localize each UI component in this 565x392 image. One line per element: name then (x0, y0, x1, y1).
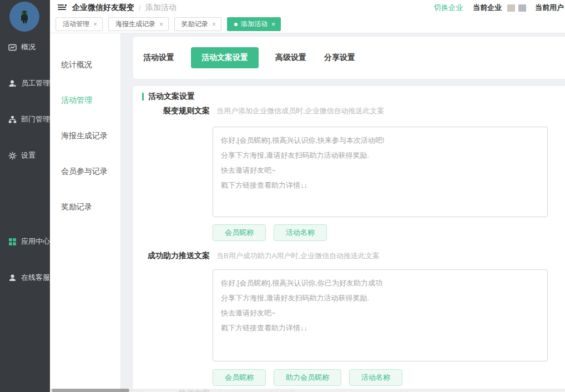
breadcrumb-current: 添加活动 (145, 3, 176, 13)
company-name-redacted-block (507, 4, 515, 12)
primary-sidebar: 概况 员工管理 部门管理 设置 应用中心 在线客服 (0, 0, 50, 392)
breadcrumb-parent[interactable]: 企业微信好友裂变 (72, 3, 134, 13)
tab-activity-copy-settings[interactable]: 活动文案设置 (191, 47, 259, 68)
switch-company-link[interactable]: 切换企业 (434, 3, 463, 13)
module-item-reward-records[interactable]: 奖励记录 (50, 189, 120, 224)
current-user-label: 当前用户 (535, 3, 564, 13)
sidebar-item-overview[interactable]: 概况 (8, 42, 36, 52)
sidebar-item-departments[interactable]: 部门管理 (8, 114, 50, 124)
field-hint: 当B用户成功助力A用户时,企业微信自动推送此文案 (216, 251, 380, 261)
tab-activity-settings[interactable]: 活动设置 (142, 47, 175, 68)
gear-icon (8, 152, 17, 160)
tab-poster-records[interactable]: 海报生成记录 × (108, 17, 169, 31)
module-item-stats-overview[interactable]: 统计概况 (50, 47, 120, 82)
tab-reward-records[interactable]: 奖励记录 × (174, 17, 221, 31)
insert-assist-member-nickname-button[interactable]: 助力会员昵称 (274, 369, 341, 386)
field-hint: 当用户添加企业微信成员时,企业微信自动推送此文案 (216, 106, 385, 116)
company-name-redacted-block (518, 4, 526, 12)
section-accent-bar (142, 93, 144, 100)
tab-label: 奖励记录 (181, 19, 208, 29)
close-tab-icon[interactable]: × (212, 21, 216, 28)
field-label: 成功助力推送文案 (133, 251, 210, 261)
tab-share-settings[interactable]: 分享设置 (323, 47, 356, 68)
header-actions: 切换企业 当前企业 当前用户 (434, 0, 565, 16)
section-header: 活动文案设置 (142, 92, 195, 102)
employee-icon (8, 79, 17, 88)
collapse-menu-icon[interactable] (58, 4, 67, 12)
tab-label: 海报生成记录 (115, 19, 155, 29)
sidebar-item-label: 部门管理 (21, 114, 50, 124)
module-sidebar: 统计概况 活动管理 海报生成记录 会员参与记录 奖励记录 (50, 33, 121, 392)
current-company-label: 当前企业 (473, 3, 502, 13)
sidebar-item-online-service[interactable]: 在线客服 (8, 273, 50, 283)
tab-label: 活动管理 (63, 19, 89, 29)
insert-member-nickname-button[interactable]: 会员昵称 (213, 369, 266, 386)
sidebar-item-label: 员工管理 (21, 78, 50, 88)
close-tab-icon[interactable]: × (93, 21, 97, 28)
section-title: 活动文案设置 (148, 92, 195, 102)
sidebar-item-settings[interactable]: 设置 (8, 150, 36, 160)
sidebar-item-label: 概况 (21, 42, 36, 52)
service-icon (8, 274, 17, 282)
copy-settings-form-card: 活动文案设置 裂变规则文案 当用户添加企业微信成员时,企业微信自动推送此文案 你… (133, 86, 565, 392)
insert-activity-name-button[interactable]: 活动名称 (274, 224, 327, 241)
app-logo[interactable] (9, 2, 39, 32)
breadcrumb: 企业微信好友裂变 / 添加活动 (72, 0, 176, 16)
insert-tags-row: 会员昵称 助力会员昵称 活动名称 (213, 369, 402, 386)
scrollbar-thumb[interactable] (52, 389, 129, 392)
field-label: 裂变规则文案 (133, 106, 210, 116)
module-item-activity-management[interactable]: 活动管理 (50, 82, 120, 118)
tab-advanced-settings[interactable]: 高级设置 (274, 47, 307, 68)
main-content-area: 活动设置 活动文案设置 高级设置 分享设置 活动文案设置 裂变规则文案 当用户添… (121, 33, 565, 392)
top-header: 企业微信好友裂变 / 添加活动 切换企业 当前企业 当前用户 (50, 0, 565, 16)
open-tabs-bar: 活动管理 × 海报生成记录 × 奖励记录 × 添加活动 × (50, 16, 565, 33)
settings-tabs-card: 活动设置 活动文案设置 高级设置 分享设置 (133, 37, 565, 79)
breadcrumb-separator: / (139, 4, 141, 12)
dashboard-icon (8, 43, 17, 52)
tab-label: 添加活动 (241, 19, 268, 29)
insert-member-nickname-button[interactable]: 会员昵称 (213, 224, 266, 241)
department-icon (8, 115, 17, 124)
fission-rule-copy-textarea[interactable]: 你好,[会员昵称],很高兴认识你,快来参与本次活动吧! 分享下方海报,邀请好友扫… (213, 127, 548, 217)
module-item-member-participation[interactable]: 会员参与记录 (50, 153, 120, 189)
active-dot (234, 23, 238, 26)
sidebar-item-app-center[interactable]: 应用中心 (8, 237, 50, 247)
tab-activity-management[interactable]: 活动管理 × (56, 17, 103, 31)
insert-tags-row: 会员昵称 活动名称 (213, 224, 327, 241)
assist-success-copy-textarea[interactable]: 你好,[会员昵称],很高兴认识你,你已为好友助力成功 分享下方海报,邀请好友扫码… (213, 269, 548, 361)
sidebar-item-label: 应用中心 (21, 237, 50, 247)
mascot-logo-icon (16, 8, 33, 25)
sidebar-item-employees[interactable]: 员工管理 (8, 78, 50, 88)
sidebar-item-label: 在线客服 (21, 273, 50, 283)
field-row-label: 裂变规则文案 当用户添加企业微信成员时,企业微信自动推送此文案 (133, 106, 385, 116)
tab-add-activity[interactable]: 添加活动 × (227, 17, 281, 31)
apps-icon (8, 238, 17, 246)
module-item-poster-records[interactable]: 海报生成记录 (50, 118, 120, 153)
close-tab-icon[interactable]: × (271, 21, 275, 28)
sidebar-item-label: 设置 (21, 150, 36, 160)
close-tab-icon[interactable]: × (159, 21, 163, 28)
insert-activity-name-button[interactable]: 活动名称 (349, 369, 402, 386)
horizontal-scrollbar[interactable] (50, 389, 565, 392)
field-row-label: 成功助力推送文案 当B用户成功助力A用户时,企业微信自动推送此文案 (133, 251, 380, 261)
